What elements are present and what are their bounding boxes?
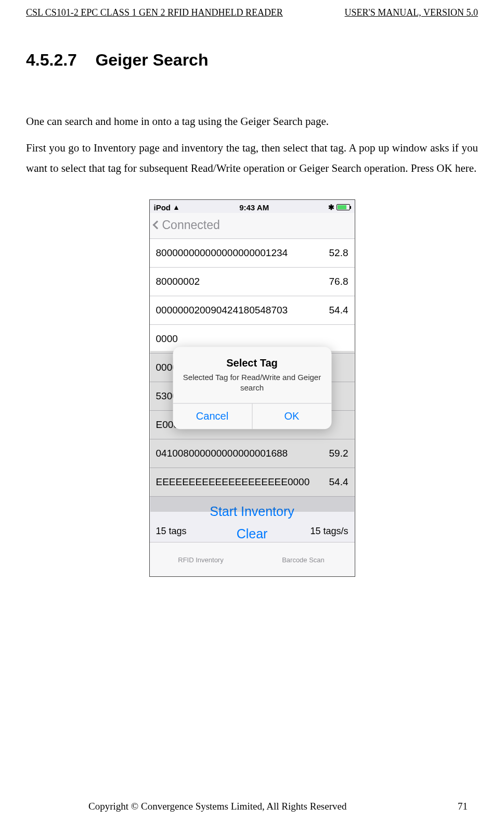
screenshot-figure: iPod ▲ 9:43 AM ✱ Connected 8000000000000… — [26, 199, 478, 577]
list-item[interactable]: 041008000000000000001688 59.2 — [150, 439, 355, 468]
header-left: CSL CS101-2 EPC CLASS 1 GEN 2 RFID HANDH… — [26, 7, 283, 18]
status-bar: iPod ▲ 9:43 AM ✱ — [150, 200, 355, 213]
navigation-bar: Connected — [150, 213, 355, 239]
tag-epc: 80000002 — [156, 276, 200, 287]
section-heading: 4.5.2.7 Geiger Search — [26, 51, 478, 70]
running-header: CSL CS101-2 EPC CLASS 1 GEN 2 RFID HANDH… — [26, 7, 478, 18]
copyright-text: Copyright © Convergence Systems Limited,… — [88, 801, 346, 812]
device-label: iPod — [154, 203, 171, 212]
section-number: 4.5.2.7 — [26, 51, 77, 69]
tag-value: 54.4 — [329, 305, 348, 316]
list-item[interactable]: 800000000000000000001234 52.8 — [150, 239, 355, 268]
select-tag-alert: Select Tag Selected Tag for Read/Write a… — [173, 347, 331, 429]
wifi-icon: ▲ — [173, 203, 180, 211]
tag-value: 59.2 — [329, 448, 348, 459]
tab-rfid-inventory[interactable]: RFID Inventory — [150, 542, 252, 576]
list-item[interactable]: 80000002 76.8 — [150, 268, 355, 296]
device-frame: iPod ▲ 9:43 AM ✱ Connected 8000000000000… — [149, 199, 355, 577]
document-page: CSL CS101-2 EPC CLASS 1 GEN 2 RFID HANDH… — [0, 0, 504, 577]
section-title-text: Geiger Search — [95, 51, 208, 69]
tag-epc: 800000000000000000001234 — [156, 247, 288, 259]
tag-epc: 041008000000000000001688 — [156, 448, 288, 459]
bluetooth-icon: ✱ — [328, 203, 334, 211]
page-footer: Copyright © Convergence Systems Limited,… — [0, 801, 504, 812]
back-label: Connected — [162, 218, 220, 232]
ok-button[interactable]: OK — [252, 403, 331, 429]
tag-epc: EEEEEEEEEEEEEEEEEEEE0000 — [156, 476, 310, 488]
tab-bar: RFID Inventory Barcode Scan — [150, 542, 355, 576]
tab-barcode-scan[interactable]: Barcode Scan — [252, 542, 355, 576]
tag-epc: 0000 — [156, 333, 178, 345]
battery-icon — [337, 204, 350, 210]
paragraph: One can search and home in onto a tag us… — [26, 111, 478, 132]
tag-value: 52.8 — [329, 247, 348, 259]
alert-title: Select Tag — [182, 357, 322, 369]
start-inventory-button[interactable]: Start Inventory — [150, 497, 355, 526]
list-item[interactable]: 000000020090424180548703 54.4 — [150, 296, 355, 325]
tag-value: 76.8 — [329, 276, 348, 287]
tag-value: 54.4 — [329, 476, 348, 488]
back-button[interactable]: Connected — [154, 218, 351, 232]
chevron-left-icon — [152, 221, 161, 230]
page-number: 71 — [458, 801, 468, 812]
clock: 9:43 AM — [239, 203, 269, 212]
tag-epc: 000000020090424180548703 — [156, 305, 288, 316]
paragraph: First you go to Inventory page and inven… — [26, 138, 478, 179]
alert-message: Selected Tag for Read/Write and Geiger s… — [182, 372, 322, 394]
cancel-button[interactable]: Cancel — [173, 403, 252, 429]
header-right: USER'S MANUAL, VERSION 5.0 — [345, 7, 478, 18]
list-item[interactable]: EEEEEEEEEEEEEEEEEEEE0000 54.4 — [150, 468, 355, 497]
